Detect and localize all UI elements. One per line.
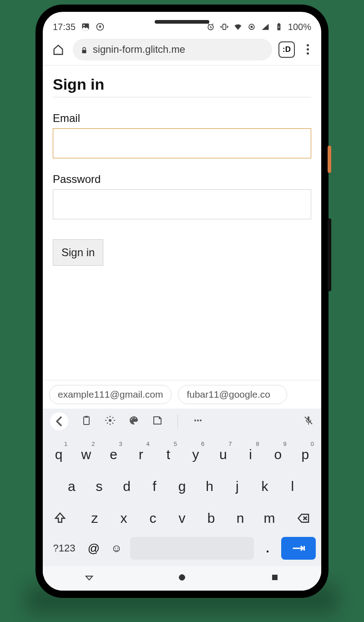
svg-point-18 (200, 420, 202, 421)
gear-icon[interactable] (105, 415, 116, 428)
key-a[interactable]: a (58, 470, 85, 502)
screen: 17:35 (43, 12, 321, 591)
password-label: Password (53, 173, 311, 186)
keyboard-toolbar (43, 409, 321, 434)
backspace-key[interactable] (289, 504, 318, 532)
key-b[interactable]: b (197, 502, 226, 534)
wifi-icon (233, 22, 243, 31)
phone-power-button (328, 146, 331, 173)
period-key[interactable]: . (258, 541, 277, 556)
separator (177, 415, 178, 428)
key-w[interactable]: 2w (73, 439, 99, 470)
svg-point-20 (179, 575, 185, 581)
key-m[interactable]: m (255, 502, 284, 534)
svg-rect-11 (85, 416, 88, 418)
downloads-icon (96, 22, 105, 31)
key-n[interactable]: n (226, 502, 255, 534)
svg-rect-9 (82, 50, 86, 53)
keyboard: 1q2w3e4r5t6y7u8i9o0p asdfghjkl zxcvbnm ?… (43, 434, 321, 566)
key-s[interactable]: s (86, 470, 113, 502)
address-bar[interactable]: signin-form.glitch.me (73, 39, 272, 61)
symbols-key[interactable]: ?123 (48, 542, 80, 554)
nav-back-icon[interactable] (84, 572, 94, 584)
key-p[interactable]: 0p (292, 439, 318, 470)
phone-volume-button (328, 218, 331, 291)
svg-rect-21 (273, 575, 278, 580)
key-x[interactable]: x (109, 502, 138, 534)
key-u[interactable]: 7u (210, 439, 236, 470)
more-icon[interactable] (192, 415, 203, 428)
browser-toolbar: signin-form.glitch.me :D (43, 34, 321, 66)
suggestion-bar: example111@gmail.com fubar11@google.co (43, 380, 321, 409)
key-q[interactable]: 1q (46, 439, 72, 470)
emoji-key[interactable]: ☺ (107, 542, 126, 555)
key-f[interactable]: f (141, 470, 168, 502)
svg-point-17 (197, 420, 199, 421)
space-key[interactable] (130, 537, 254, 560)
clipboard-icon[interactable] (81, 415, 92, 428)
enter-key[interactable] (281, 537, 316, 560)
key-o[interactable]: 9o (265, 439, 291, 470)
shift-key[interactable] (46, 504, 75, 532)
password-input[interactable] (53, 189, 311, 219)
key-l[interactable]: l (279, 470, 306, 502)
key-k[interactable]: k (252, 470, 278, 502)
svg-rect-8 (278, 23, 279, 24)
key-h[interactable]: h (196, 470, 223, 502)
key-r[interactable]: 4r (128, 439, 154, 470)
keyboard-collapse-button[interactable] (50, 412, 68, 430)
page-title: Sign in (53, 76, 311, 97)
palette-icon[interactable] (128, 415, 139, 428)
svg-point-1 (83, 25, 85, 26)
at-key[interactable]: @ (85, 541, 103, 556)
password-field-group: Password (53, 173, 311, 219)
svg-point-5 (250, 26, 253, 28)
email-input[interactable] (53, 128, 311, 158)
keyboard-area: example111@gmail.com fubar11@google.co (43, 380, 321, 591)
phone-frame: 17:35 (35, 5, 329, 598)
signin-button[interactable]: Sign in (53, 239, 103, 266)
url-text: signin-form.glitch.me (93, 44, 185, 56)
key-c[interactable]: c (138, 502, 167, 534)
lock-icon (80, 46, 88, 54)
key-t[interactable]: 5t (155, 439, 182, 470)
system-nav-bar (43, 566, 321, 591)
key-z[interactable]: z (80, 502, 109, 534)
sticker-icon[interactable] (152, 415, 163, 428)
key-e[interactable]: 3e (100, 439, 126, 470)
key-d[interactable]: d (113, 470, 140, 502)
nav-recent-icon[interactable] (270, 572, 280, 584)
image-icon (81, 22, 90, 31)
svg-point-15 (135, 418, 136, 419)
key-v[interactable]: v (167, 502, 197, 534)
menu-button[interactable] (301, 44, 314, 55)
status-time: 17:35 (53, 22, 76, 32)
svg-point-16 (194, 420, 196, 421)
tab-count-label: :D (283, 45, 291, 54)
vibrate-icon (220, 22, 229, 31)
key-i[interactable]: 8i (237, 439, 263, 470)
battery-icon (274, 22, 283, 31)
home-button[interactable] (50, 41, 66, 58)
email-field-group: Email (53, 112, 311, 158)
svg-point-13 (131, 419, 132, 420)
suggestion-chip[interactable]: fubar11@google.co (178, 385, 287, 404)
email-label: Email (53, 112, 311, 125)
mic-off-icon[interactable] (303, 415, 314, 428)
tab-count-button[interactable]: :D (278, 41, 295, 58)
svg-rect-10 (84, 417, 89, 425)
nav-home-icon[interactable] (177, 572, 187, 584)
hotspot-icon (247, 22, 256, 31)
key-g[interactable]: g (169, 470, 196, 502)
key-y[interactable]: 6y (182, 439, 209, 470)
svg-rect-4 (223, 24, 226, 30)
svg-point-12 (109, 419, 111, 422)
suggestion-chip[interactable]: example111@gmail.com (49, 385, 172, 404)
key-j[interactable]: j (224, 470, 251, 502)
alarm-icon (206, 22, 215, 31)
svg-point-14 (132, 417, 134, 419)
status-bar: 17:35 (43, 12, 321, 34)
signal-icon (261, 22, 270, 31)
page-content: Sign in Email Password Sign in (43, 66, 321, 380)
battery-percentage: 100% (288, 22, 311, 32)
